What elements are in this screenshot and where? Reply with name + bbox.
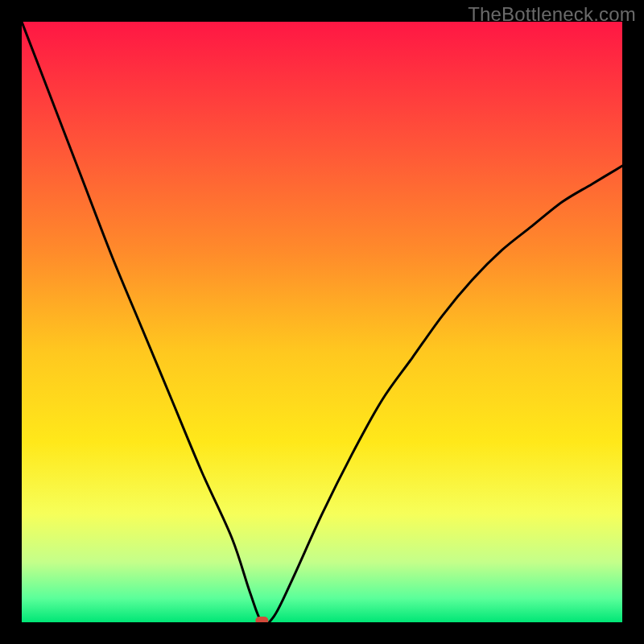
chart-frame: TheBottleneck.com — [0, 0, 644, 644]
watermark-text: TheBottleneck.com — [468, 3, 636, 26]
plot-area — [22, 22, 622, 622]
gradient-background — [22, 22, 622, 622]
marker-dot — [255, 617, 268, 622]
chart-svg — [22, 22, 622, 622]
